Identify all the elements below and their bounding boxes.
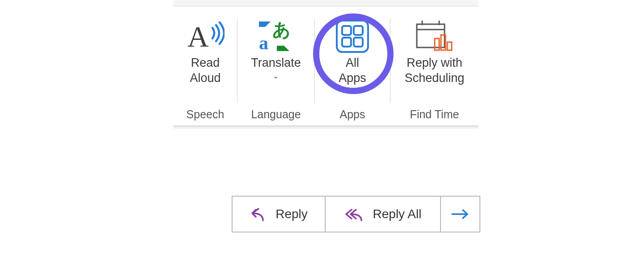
ribbon-group-language: あ a Translate ⌄ Language [237, 6, 314, 125]
reply-button[interactable]: Reply [233, 197, 325, 232]
all-apps-button[interactable]: All Apps [335, 17, 369, 86]
reply-label: Reply [275, 207, 308, 221]
group-name-apps: Apps [315, 108, 390, 121]
svg-text:a: a [259, 33, 268, 53]
scheduling-poll-icon [414, 17, 454, 56]
reply-with-scheduling-label: Reply with Scheduling [405, 56, 465, 86]
read-aloud-label: Read Aloud [190, 56, 220, 86]
svg-text:あ: あ [272, 20, 291, 39]
svg-rect-12 [435, 39, 439, 50]
reply-with-scheduling-button[interactable]: Reply with Scheduling [405, 17, 465, 86]
reply-all-button[interactable]: Reply All [325, 197, 440, 232]
svg-rect-6 [342, 38, 351, 47]
svg-rect-7 [354, 38, 363, 47]
ribbon-group-speech: A Read Aloud Speech [174, 6, 237, 125]
ribbon-group-findtime: Reply with Scheduling Find Time [390, 6, 479, 125]
group-name-findtime: Find Time [390, 108, 479, 121]
forward-icon [450, 207, 470, 221]
svg-rect-3 [337, 21, 368, 52]
forward-button[interactable] [440, 197, 479, 232]
svg-rect-5 [354, 26, 363, 35]
translate-button[interactable]: あ a Translate ⌄ [251, 17, 301, 80]
ribbon-top-border [174, 0, 479, 6]
group-name-language: Language [237, 108, 314, 121]
read-aloud-icon: A [186, 17, 225, 56]
group-name-speech: Speech [174, 108, 237, 121]
translate-icon: あ a [257, 17, 295, 56]
translate-label: Translate [251, 56, 301, 71]
svg-text:A: A [187, 20, 209, 53]
svg-rect-14 [447, 42, 452, 50]
chevron-down-icon: ⌄ [273, 72, 279, 80]
ribbon-bottom-shadow [174, 126, 479, 129]
ribbon-main: A Read Aloud Speech あ a [174, 6, 479, 126]
reply-icon [250, 205, 267, 223]
reply-all-label: Reply All [373, 207, 422, 221]
ribbon-fragment: A Read Aloud Speech あ a [174, 0, 479, 129]
ribbon-group-apps: All Apps Apps [315, 6, 390, 125]
all-apps-icon [335, 17, 369, 56]
message-action-bar: Reply Reply All [232, 196, 480, 232]
svg-rect-4 [342, 26, 351, 35]
read-aloud-button[interactable]: A Read Aloud [186, 17, 225, 86]
reply-all-icon [344, 205, 365, 223]
all-apps-label: All Apps [339, 56, 366, 86]
